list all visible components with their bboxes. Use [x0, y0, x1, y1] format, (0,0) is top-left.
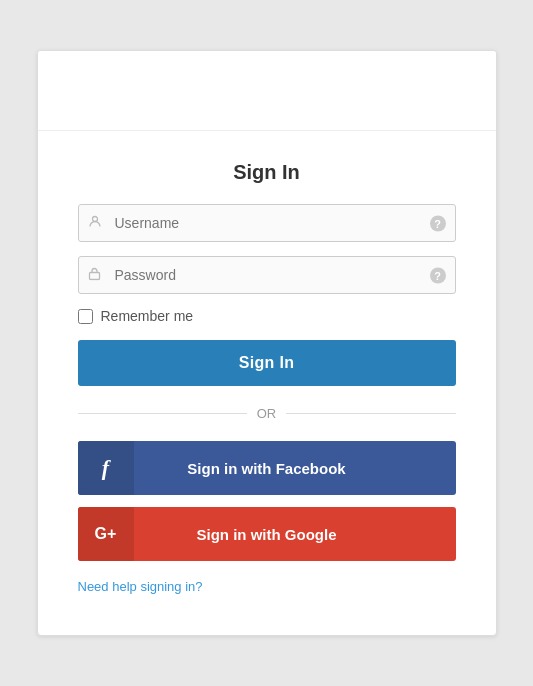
form-area: Sign In ? ?: [38, 131, 496, 635]
help-link[interactable]: Need help signing in?: [78, 579, 203, 594]
remember-me-checkbox[interactable]: [78, 309, 93, 324]
svg-rect-1: [89, 273, 99, 280]
user-icon: [88, 215, 102, 232]
svg-point-0: [92, 217, 97, 222]
help-link-area: Need help signing in?: [78, 577, 456, 595]
username-input[interactable]: [78, 204, 456, 242]
remember-me-label: Remember me: [101, 308, 194, 324]
password-wrapper: ?: [78, 256, 456, 294]
login-card: Sign In ? ?: [37, 50, 497, 636]
divider-line-right: [286, 413, 455, 414]
facebook-icon-area: f: [78, 441, 134, 495]
sign-in-button[interactable]: Sign In: [78, 340, 456, 386]
username-help-icon[interactable]: ?: [430, 215, 446, 232]
google-button-label: Sign in with Google: [134, 526, 456, 543]
or-divider: OR: [78, 406, 456, 421]
facebook-icon: f: [102, 455, 109, 481]
password-help-icon[interactable]: ?: [430, 267, 446, 284]
remember-me-row: Remember me: [78, 308, 456, 324]
divider-text: OR: [257, 406, 277, 421]
page-title: Sign In: [78, 161, 456, 184]
divider-line-left: [78, 413, 247, 414]
facebook-button-label: Sign in with Facebook: [134, 460, 456, 477]
google-icon: G+: [95, 525, 117, 543]
password-input[interactable]: [78, 256, 456, 294]
lock-icon: [88, 267, 101, 284]
username-wrapper: ?: [78, 204, 456, 242]
facebook-sign-in-button[interactable]: f Sign in with Facebook: [78, 441, 456, 495]
logo-area: [38, 51, 496, 131]
google-icon-area: G+: [78, 507, 134, 561]
google-sign-in-button[interactable]: G+ Sign in with Google: [78, 507, 456, 561]
